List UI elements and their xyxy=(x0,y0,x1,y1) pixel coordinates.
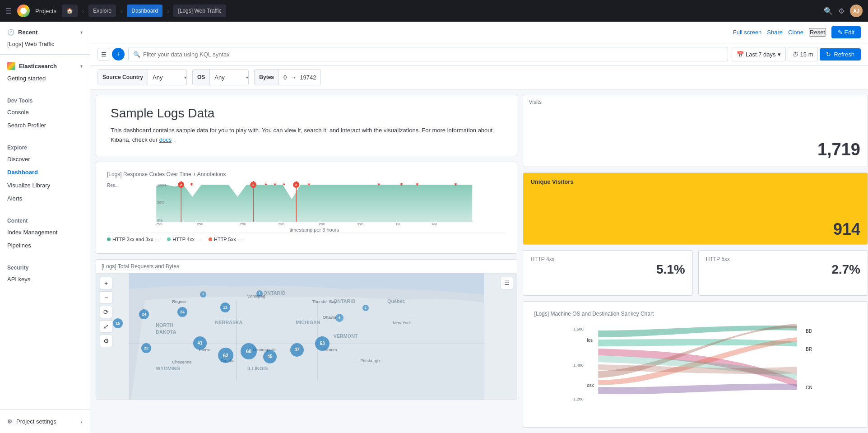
svg-text:✱: ✱ xyxy=(416,182,419,186)
controls-row: Source Country Any ▾ OS Any ▾ Bytes 0 → … xyxy=(90,65,868,89)
map-tool-button[interactable]: ⚙ xyxy=(100,335,112,347)
svg-text:2nd: 2nd xyxy=(432,223,437,226)
sidebar-item-search-profiler[interactable]: Search Profiler xyxy=(0,119,90,132)
sidebar-item-api-keys[interactable]: API keys xyxy=(0,273,90,286)
map-menu-button[interactable]: ☰ xyxy=(501,277,513,289)
sankey-svg: 1,600 1,400 1,200 ios osx BD BR CN xyxy=(529,317,862,416)
visits-panel-header: Visits xyxy=(523,95,868,105)
sidebar-item-console[interactable]: Console xyxy=(0,106,90,119)
os-label: OS xyxy=(193,70,210,85)
bytes-max: 19742 xyxy=(300,74,316,81)
map-panel-title: [Logs] Total Requests and Bytes xyxy=(96,260,517,273)
sankey-panel-title: [Logs] Machine OS and Destination Sankey… xyxy=(529,307,862,317)
source-country-control: Source Country Any ▾ xyxy=(97,69,187,85)
sample-logs-description: This dashboard contains sample data for … xyxy=(111,126,502,145)
clone-button[interactable]: Clone xyxy=(788,29,803,36)
svg-text:BR: BR xyxy=(806,347,812,352)
sidebar-item-discover[interactable]: Discover xyxy=(0,153,90,166)
share-button[interactable]: Share xyxy=(767,29,783,36)
clock-icon: ⏱ xyxy=(793,51,798,58)
response-codes-chart: 2 2 2 ✱ ✱ ✱ ✱ ✱ xyxy=(122,181,506,226)
legend-2xx-more[interactable]: ⋯ xyxy=(155,237,160,242)
filter-add-button[interactable]: + xyxy=(112,48,125,61)
filter-search-container[interactable]: 🔍 xyxy=(128,47,728,61)
svg-text:27th: 27th xyxy=(240,223,246,226)
edit-button[interactable]: ✎ Edit xyxy=(831,26,861,38)
user-avatar[interactable]: AJ xyxy=(850,5,863,17)
svg-text:✱: ✱ xyxy=(190,182,193,186)
project-settings-arrow: › xyxy=(81,418,83,425)
svg-text:30th: 30th xyxy=(357,223,363,226)
settings-icon[interactable]: ⚙ xyxy=(838,7,845,15)
map-expand-button[interactable]: ⤢ xyxy=(100,320,112,333)
elastic-logo[interactable] xyxy=(17,5,30,17)
sidebar-security-label: Security xyxy=(0,259,90,273)
reset-button[interactable]: Reset xyxy=(809,28,826,37)
filter-search-input[interactable] xyxy=(143,51,723,58)
source-country-select[interactable]: Any xyxy=(148,70,187,85)
legend-4xx-more[interactable]: ⋯ xyxy=(196,237,201,242)
sidebar-item-project-settings[interactable]: ⚙ Project settings › xyxy=(0,414,90,429)
sidebar-item-dashboard[interactable]: Dashboard xyxy=(0,166,90,179)
docs-link[interactable]: docs xyxy=(159,136,172,143)
breadcrumb-explore[interactable]: Explore xyxy=(88,5,116,17)
refresh-interval-button[interactable]: ⏱ 15 m xyxy=(788,47,818,61)
sidebar-elasticsearch-header[interactable]: Elasticsearch ▾ xyxy=(0,58,90,72)
projects-label[interactable]: Projects xyxy=(35,8,56,14)
sidebar-item-getting-started[interactable]: Getting started xyxy=(0,72,90,85)
unique-visitors-panel: Unique Visitors 914 xyxy=(523,172,868,245)
recent-icon: 🕐 xyxy=(7,29,14,36)
legend-5xx-more[interactable]: ⋯ xyxy=(238,237,243,242)
fullscreen-button[interactable]: Full screen xyxy=(733,29,762,36)
response-codes-title: [Logs] Response Codes Over Time + Annota… xyxy=(102,168,511,177)
svg-text:ios: ios xyxy=(587,338,593,343)
refresh-button[interactable]: ↻ Refresh xyxy=(820,48,861,61)
svg-text:100%: 100% xyxy=(157,183,166,187)
svg-text:1st: 1st xyxy=(395,223,399,226)
map-zoom-in-button[interactable]: + xyxy=(100,277,112,289)
svg-text:1,400: 1,400 xyxy=(574,363,584,368)
sidebar-explore-label: Explore xyxy=(0,139,90,153)
search-icon: 🔍 xyxy=(133,51,140,58)
svg-text:29th: 29th xyxy=(319,223,325,226)
menu-icon[interactable]: ☰ xyxy=(5,7,12,15)
breadcrumb-dashboard[interactable]: Dashboard xyxy=(127,5,162,17)
sidebar-item-pipelines[interactable]: Pipelines xyxy=(0,239,90,252)
search-icon[interactable]: 🔍 xyxy=(824,7,833,15)
svg-text:✱: ✱ xyxy=(274,182,277,186)
svg-text:26th: 26th xyxy=(197,223,203,226)
visits-panel: Visits 1,719 xyxy=(523,95,868,167)
sidebar-item-visualize[interactable]: Visualize Library xyxy=(0,179,90,192)
legend-http4xx: HTTP 4xx ⋯ xyxy=(167,237,201,242)
map-reset-button[interactable]: ⟳ xyxy=(100,306,112,318)
os-select[interactable]: Any xyxy=(210,70,249,85)
sidebar-dev-tools-label: Dev Tools xyxy=(0,92,90,106)
map-controls: + − ⟳ ⤢ ⚙ xyxy=(100,277,112,347)
breadcrumb-home[interactable]: 🏠 xyxy=(62,5,78,17)
http5xx-title: HTTP 5xx xyxy=(706,256,860,262)
sidebar-bottom: ⚙ Project settings › xyxy=(0,410,90,433)
sidebar-dev-tools-section: Dev Tools Console Search Profiler xyxy=(0,88,90,135)
sidebar-recent-section: 🕐 Recent ▾ [Logs] Web Traffic xyxy=(0,22,90,54)
time-picker-button[interactable]: 📅 Last 7 days ▾ xyxy=(732,47,786,61)
svg-text:CN: CN xyxy=(806,385,812,390)
total-requests-panel: [Logs] Total Requests and Bytes xyxy=(96,259,517,400)
filter-options-button[interactable]: ☰ xyxy=(97,48,110,61)
svg-text:2: 2 xyxy=(252,183,255,187)
http4xx-value: 5.1% xyxy=(530,262,685,277)
sidebar-item-alerts[interactable]: Alerts xyxy=(0,192,90,205)
visits-value: 1,719 xyxy=(523,140,868,167)
sidebar-item-logs-web-traffic[interactable]: [Logs] Web Traffic xyxy=(0,37,90,51)
http5xx-value: 2.7% xyxy=(706,262,860,277)
elasticsearch-icon xyxy=(7,62,15,70)
svg-text:25th: 25th xyxy=(156,223,162,226)
app-layout: 🕐 Recent ▾ [Logs] Web Traffic Elasticsea… xyxy=(0,22,868,433)
svg-text:28th: 28th xyxy=(278,223,284,226)
legend-http2xx: HTTP 2xx and 3xx ⋯ xyxy=(107,237,160,242)
sidebar-recent-header[interactable]: 🕐 Recent ▾ xyxy=(0,25,90,37)
map-zoom-out-button[interactable]: − xyxy=(100,291,112,304)
sidebar-item-index-management[interactable]: Index Management xyxy=(0,226,90,239)
breadcrumb-current[interactable]: [Logs] Web Traffic xyxy=(173,5,226,17)
svg-text:2: 2 xyxy=(295,183,297,187)
http4xx-title: HTTP 4xx xyxy=(530,256,685,262)
